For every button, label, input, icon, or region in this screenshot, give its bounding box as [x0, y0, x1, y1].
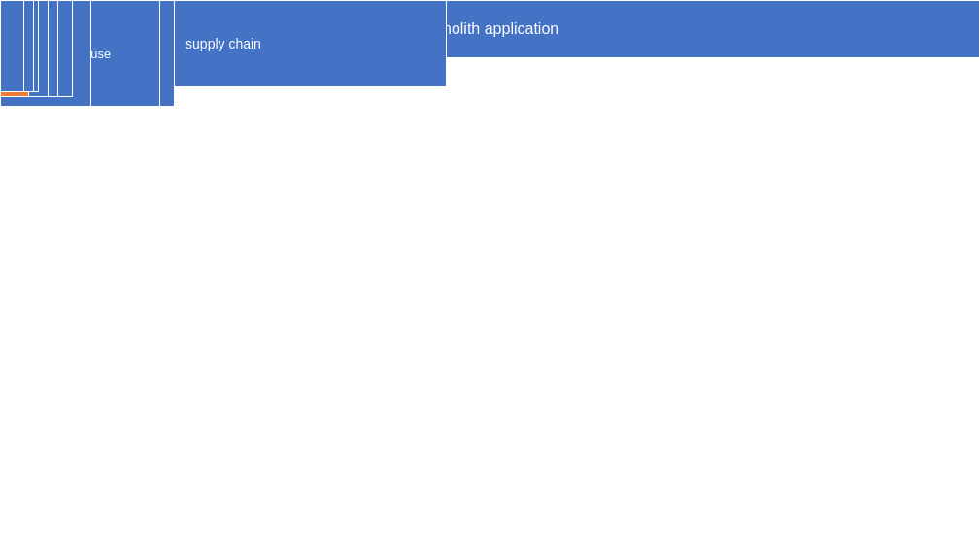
- top-thin-col: [0, 0, 24, 92]
- diagram: monolith application sales supply chain …: [0, 0, 980, 559]
